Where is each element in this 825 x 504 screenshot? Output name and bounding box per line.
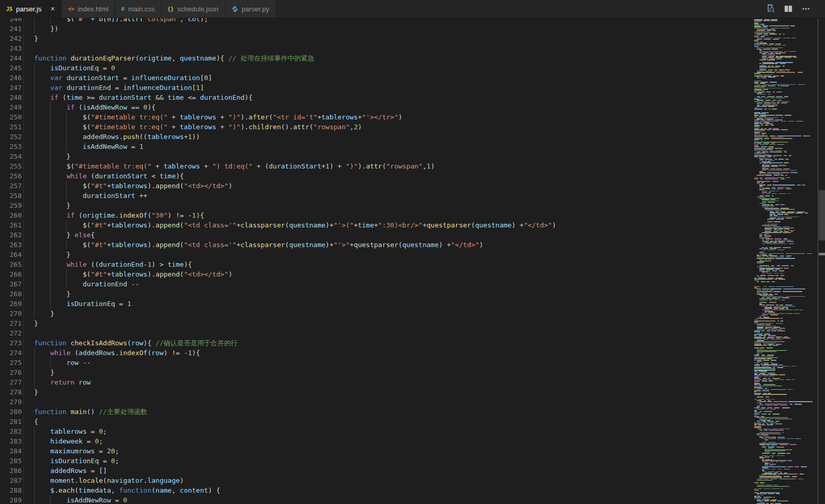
minimap-line xyxy=(772,188,776,189)
minimap-line xyxy=(771,330,776,331)
minimap-line xyxy=(759,252,764,253)
minimap-line xyxy=(765,178,778,179)
minimap-line xyxy=(767,347,773,348)
line-text: tablerows = 0; xyxy=(34,426,107,436)
minimap-line xyxy=(757,405,761,406)
minimap-line xyxy=(783,34,785,35)
line-text: } xyxy=(34,387,38,397)
minimap-line xyxy=(760,372,767,373)
minimap-line xyxy=(757,361,762,362)
code-area[interactable]: 240 $("#" + b[0]).attr("colspan", col);2… xyxy=(0,18,753,504)
scrollbar-slider[interactable] xyxy=(819,190,825,240)
minimap-line xyxy=(772,49,778,50)
minimap-line xyxy=(757,349,762,350)
tab-parser.js[interactable]: JSparser.js✕ xyxy=(0,0,62,18)
minimap-line xyxy=(765,38,772,39)
minimap-line xyxy=(754,414,759,415)
line-text: }) xyxy=(34,24,58,34)
minimap-line xyxy=(766,91,771,93)
minimap-line xyxy=(754,341,785,342)
code-line: 261 $("#t"+tablerows).append("<td class=… xyxy=(0,220,750,230)
minimap-line xyxy=(786,255,791,256)
code-line: 240 $("#" + b[0]).attr("colspan", col); xyxy=(0,18,750,24)
minimap-line xyxy=(759,401,766,402)
minimap-line xyxy=(778,100,782,101)
minimap-line xyxy=(787,438,793,439)
minimap-line xyxy=(769,430,784,431)
minimap-line xyxy=(776,212,781,213)
line-number: 281 xyxy=(0,417,22,426)
minimap-line xyxy=(757,328,763,329)
minimap-line xyxy=(790,404,793,405)
scrollbar[interactable] xyxy=(818,18,825,504)
minimap-line xyxy=(767,185,772,186)
minimap-line xyxy=(775,269,780,270)
minimap-line xyxy=(766,324,770,325)
minimap-line xyxy=(797,185,801,186)
minimap-line xyxy=(767,358,772,359)
minimap-line xyxy=(754,347,759,348)
minimap-line xyxy=(759,295,768,296)
minimap-line xyxy=(757,94,766,95)
line-number: 245 xyxy=(0,63,22,73)
minimap-line xyxy=(770,215,772,216)
minimap-line xyxy=(765,437,771,438)
minimap-line xyxy=(754,152,765,154)
line-text: } xyxy=(34,201,70,210)
minimap-line xyxy=(779,193,786,194)
tab-parser.py[interactable]: parser.py xyxy=(225,0,276,18)
minimap-line xyxy=(771,339,774,340)
minimap-line xyxy=(757,339,762,340)
line-number: 254 xyxy=(0,151,22,161)
minimap-line xyxy=(770,255,777,256)
minimap-line xyxy=(760,24,765,25)
code-line: 288 $.each(timedata, function(name, cont… xyxy=(0,485,750,495)
editor[interactable]: 240 $("#" + b[0]).attr("colspan", col);2… xyxy=(0,18,825,504)
minimap-line xyxy=(757,480,772,481)
line-text: $("#t"+tablerows).append("<td class='"+c… xyxy=(34,240,483,250)
tab-schedule.json[interactable]: {}schedule.json xyxy=(161,0,225,18)
minimap-line xyxy=(754,90,764,91)
minimap-line xyxy=(765,500,769,501)
minimap-line xyxy=(765,312,767,313)
line-number: 252 xyxy=(0,132,22,142)
minimap-line xyxy=(778,159,784,160)
minimap-line xyxy=(770,212,775,213)
minimap[interactable] xyxy=(752,18,818,504)
more-actions-icon[interactable] xyxy=(800,3,812,14)
line-text: } xyxy=(34,289,70,299)
tab-index.html[interactable]: <>index.html xyxy=(62,0,115,18)
minimap-line xyxy=(784,162,789,163)
minimap-line xyxy=(761,96,766,97)
minimap-line xyxy=(784,228,789,230)
line-text: $.each(timedata, function(name, content)… xyxy=(34,485,220,495)
line-number: 284 xyxy=(0,446,22,456)
minimap-line xyxy=(757,262,764,263)
line-number: 247 xyxy=(0,83,22,93)
minimap-line xyxy=(770,82,777,83)
minimap-line xyxy=(774,300,777,301)
line-number: 279 xyxy=(0,397,22,407)
minimap-line xyxy=(758,113,766,114)
minimap-line xyxy=(765,175,771,176)
minimap-line xyxy=(757,433,781,434)
minimap-line xyxy=(759,430,762,431)
line-number: 256 xyxy=(0,171,22,181)
minimap-line xyxy=(762,271,768,272)
minimap-line xyxy=(754,26,761,27)
minimap-line xyxy=(765,259,767,261)
minimap-line xyxy=(762,188,770,189)
split-editor-icon[interactable] xyxy=(783,3,794,14)
minimap-line xyxy=(768,94,771,95)
line-number: 243 xyxy=(0,43,22,53)
minimap-line xyxy=(762,438,767,439)
minimap-line xyxy=(754,119,759,120)
minimap-line xyxy=(772,281,775,282)
minimap-line xyxy=(765,226,772,227)
close-icon[interactable]: ✕ xyxy=(50,6,55,12)
css-icon: # xyxy=(121,6,125,12)
minimap-line xyxy=(754,338,765,339)
tab-main.css[interactable]: #main.css xyxy=(115,0,161,18)
minimap-line xyxy=(782,432,784,433)
open-preview-icon[interactable] xyxy=(765,3,776,14)
